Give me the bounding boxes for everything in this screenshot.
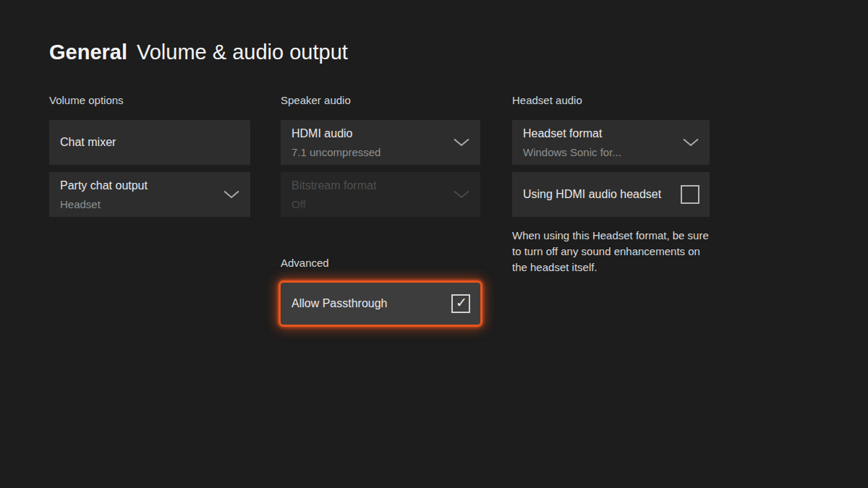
party-chat-output-dropdown[interactable]: Party chat output Headset [49,172,250,217]
chevron-down-icon [454,191,469,199]
headset-format-value: Windows Sonic for... [523,143,621,161]
bitstream-format-dropdown: Bitstream format Off [281,172,480,217]
checkbox-unchecked-icon [681,185,699,204]
hdmi-audio-label: HDMI audio [292,124,380,143]
speaker-audio-header: Speaker audio [281,95,480,106]
party-chat-output-label: Party chat output [60,176,148,195]
chat-mixer-label: Chat mixer [60,133,116,152]
page-title-section: General [49,40,127,64]
allow-passthrough-label: Allow Passthrough [292,294,388,313]
page-title-subtitle: Volume & audio output [137,40,348,64]
headset-format-note: When using this Headset format, be sure … [512,228,710,275]
chevron-down-icon [683,139,699,147]
headset-audio-section: Headset audio Headset format Windows Son… [512,95,710,275]
allow-passthrough-checkbox-tile[interactable]: Allow Passthrough ✓ [278,281,482,327]
advanced-section: Advanced Allow Passthrough ✓ [281,257,480,327]
chat-mixer-button[interactable]: Chat mixer [49,120,250,165]
page-title: General Volume & audio output [49,40,348,64]
chevron-down-icon [454,139,469,147]
checkbox-checked-icon: ✓ [451,294,470,313]
using-hdmi-audio-headset-label: Using HDMI audio headset [523,185,661,204]
bitstream-format-label: Bitstream format [292,176,376,195]
hdmi-audio-dropdown[interactable]: HDMI audio 7.1 uncompressed [281,120,480,165]
party-chat-output-value: Headset [60,195,148,213]
speaker-audio-section: Speaker audio HDMI audio 7.1 uncompresse… [281,95,480,334]
volume-options-header: Volume options [49,95,250,106]
checkmark-icon: ✓ [456,296,467,309]
headset-format-label: Headset format [523,124,621,143]
volume-options-section: Volume options Chat mixer Party chat out… [49,95,250,224]
headset-format-dropdown[interactable]: Headset format Windows Sonic for... [512,120,710,165]
headset-audio-header: Headset audio [512,95,710,106]
bitstream-format-value: Off [292,195,376,213]
advanced-header: Advanced [281,257,480,269]
using-hdmi-audio-headset-checkbox-tile[interactable]: Using HDMI audio headset [512,172,710,217]
hdmi-audio-value: 7.1 uncompressed [292,143,380,161]
chevron-down-icon [224,191,239,199]
